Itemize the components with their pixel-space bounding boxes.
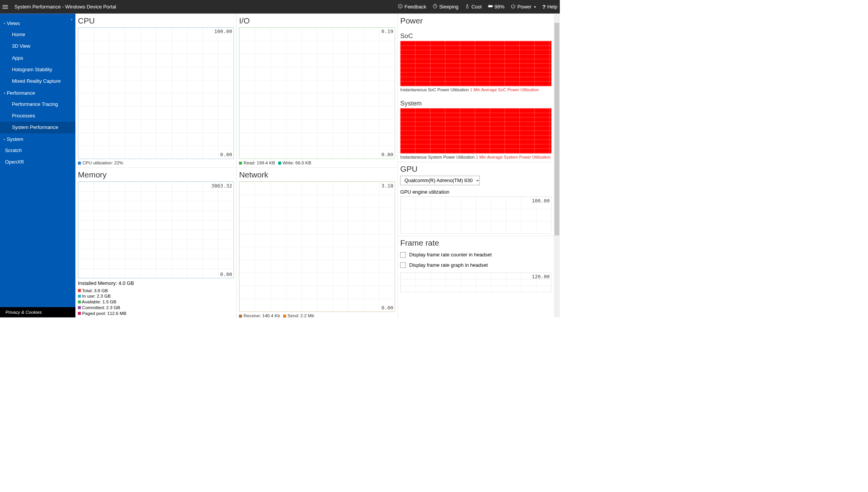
topbar-actions: Feedback Sleeping Cool 98% [397,3,557,10]
swatch-icon [78,289,81,292]
power-soc-subtitle: SoC [400,32,551,40]
sidebar-item-processes[interactable]: Processes [0,110,75,122]
hamburger-icon[interactable] [2,3,10,10]
help-button[interactable]: ? Help [542,3,558,10]
nav-group-performance[interactable]: ▾ Performance [0,87,75,98]
mem-paged: Paged pool: 112.6 MB [82,311,127,316]
svg-point-1 [399,5,400,6]
temperature-label: Cool [471,4,482,10]
network-chart-max: 3.18 [381,183,393,189]
scrollbar[interactable] [554,13,560,317]
svg-point-0 [398,4,402,8]
power-menu-button[interactable]: Power ▼ [511,3,536,10]
temperature-status[interactable]: Cool [464,3,482,10]
network-legend: Receive: 140.4 Kb Send: 2.2 Mb [239,313,395,317]
svg-rect-5 [492,6,492,7]
framerate-cb2-label: Display frame rate graph in headset [409,262,488,268]
io-title: I/O [239,16,395,25]
power-label: Power [517,4,532,10]
swatch-icon [78,162,81,165]
framerate-chart: 120.00 [400,273,551,293]
battery-status[interactable]: 98% [487,3,504,10]
cpu-panel: CPU 100.00 0.00 CPU utilization: 22% [75,13,236,168]
network-panel: Network 3.18 0.00 Receive: 140.4 Kb Send… [237,168,397,317]
power-title: Power [400,16,551,25]
framerate-counter-checkbox[interactable]: Display frame rate counter in headset [400,252,551,258]
cpu-chart-min: 0.00 [220,152,232,157]
network-send: Send: 2.2 Mb [287,313,314,317]
swatch-icon [283,315,286,317]
sidebar-item-scratch[interactable]: Scratch [0,144,75,156]
chevron-right-icon: ▸ [4,138,5,141]
power-soc-legend-a: Instantaneous SoC Power Utilization [400,88,469,92]
checkbox-icon [400,252,406,258]
feedback-button[interactable]: Feedback [397,3,426,10]
swatch-icon [78,312,81,315]
sidebar-item-hologram-stability[interactable]: Hologram Stability [0,64,75,75]
sidebar-item-apps[interactable]: Apps [0,52,75,64]
privacy-cookies-link[interactable]: Privacy & Cookies [0,307,75,317]
io-legend: Read: 199.4 KB Write: 66.0 KB [239,161,395,166]
sidebar-item-performance-tracing[interactable]: Performance Tracing [0,98,75,110]
io-write: Write: 66.0 KB [282,161,311,166]
mem-committed: Committed: 2.3 GB [82,305,120,310]
clock-icon [432,3,437,10]
swatch-icon [278,162,281,165]
nav-group-views[interactable]: ▾ Views [0,18,75,29]
mem-available: Available: 1.5 GB [82,300,117,305]
nav-group-label: Views [7,21,20,27]
gpu-title: GPU [400,165,551,174]
cpu-legend: CPU utilization: 22% [78,161,234,166]
smiley-icon [397,3,403,10]
network-chart-min: 0.00 [381,305,393,310]
column-power-gpu: Power SoC Instantaneous SoC Power Utiliz… [398,13,554,317]
network-receive: Receive: 140.4 Kb [244,313,280,317]
io-panel: I/O 0.19 0.00 Read: 199.4 KB Write: 66.0… [237,13,397,168]
sidebar-item-home[interactable]: Home [0,29,75,40]
sidebar-item-system-performance[interactable]: System Performance [0,122,75,133]
swatch-icon [78,306,81,309]
thermometer-icon [464,3,470,10]
gpu-chart: 100.00 [400,196,551,234]
memory-panel: Memory 3863.32 0.00 Installed Memory: 4.… [75,168,236,317]
swatch-icon [239,162,242,165]
nav-group-system[interactable]: ▸ System [0,133,75,144]
power-system-subtitle: System [400,100,551,107]
svg-rect-6 [489,6,492,7]
main: CPU 100.00 0.00 CPU utilization: 22% Mem… [75,13,560,317]
battery-icon [487,3,493,10]
power-soc-legend-b: 1 Min Average SoC Power Utilization [470,88,539,92]
memory-chart-max: 3863.32 [211,183,232,189]
content-grid: CPU 100.00 0.00 CPU utilization: 22% Mem… [75,13,554,317]
checkbox-icon [400,262,406,268]
cpu-chart-max: 100.00 [214,28,232,34]
memory-installed: Installed Memory: 4.0 GB [78,280,234,286]
power-sys-legend-b: 1 Min Average System Power Utilization [476,155,551,159]
io-chart: 0.19 0.00 [239,27,395,159]
mem-inuse: In use: 2.3 GB [82,294,111,299]
cpu-legend-text: CPU utilization: 22% [82,161,123,166]
gpu-panel: GPU Qualcomm(R) Adreno(TM) 630 GPU GPU e… [398,162,554,236]
topbar: System Performance - Windows Device Port… [0,0,560,13]
swatch-icon [78,300,81,303]
network-chart: 3.18 0.00 [239,181,395,312]
scrollbar-thumb[interactable] [554,23,559,235]
sidebar-item-openxr[interactable]: OpenXR [0,156,75,168]
power-soc-legend: Instantaneous SoC Power Utilization 1 Mi… [400,88,551,93]
framerate-graph-checkbox[interactable]: Display frame rate graph in headset [400,262,551,268]
memory-chart-min: 0.00 [220,271,232,277]
framerate-title: Frame rate [400,238,551,248]
power-sys-legend-a: Instantaneous System Power Utilization [400,155,474,159]
sleeping-label: Sleeping [439,4,459,10]
gpu-select[interactable]: Qualcomm(R) Adreno(TM) 630 GPU [400,176,479,186]
mem-total: Total: 3.8 GB [82,288,108,293]
sleeping-status[interactable]: Sleeping [432,3,458,10]
sidebar-item-mixed-reality-capture[interactable]: Mixed Reality Capture [0,75,75,87]
sidebar: ‹ ▾ Views Home 3D View Apps Hologram Sta… [0,13,75,317]
sidebar-item-3d-view[interactable]: 3D View [0,40,75,52]
collapse-sidebar-icon[interactable]: ‹ [71,17,72,22]
io-chart-max: 0.19 [381,28,393,34]
chevron-down-icon: ▼ [533,5,536,8]
page-title: System Performance - Windows Device Port… [14,4,116,10]
memory-chart: 3863.32 0.00 [78,181,234,278]
